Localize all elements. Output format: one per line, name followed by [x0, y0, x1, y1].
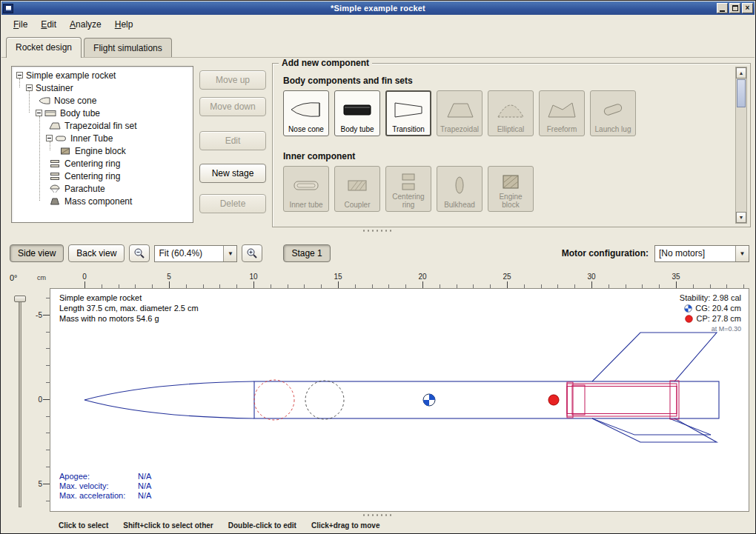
scroll-down-icon[interactable]: ▼: [736, 212, 746, 223]
maximize-button[interactable]: [729, 3, 740, 13]
stage-action-buttons: Move up Move down Edit New stage Delete: [199, 70, 266, 213]
centering-ring-icon: [49, 172, 62, 181]
motor-config-label: Motor configuration:: [562, 248, 649, 258]
panel-title: Add new component: [279, 58, 372, 68]
chevron-down-icon[interactable]: ▼: [223, 246, 236, 261]
scrollbar-thumb[interactable]: [737, 79, 746, 107]
tree-item-rocket[interactable]: Simple example rocket: [12, 69, 193, 81]
cg-text: CG: 20.4 cm: [695, 303, 741, 313]
move-up-button[interactable]: Move up: [199, 70, 266, 90]
move-down-button[interactable]: Move down: [199, 97, 266, 116]
cg-icon: [684, 304, 692, 313]
menu-file[interactable]: File: [7, 17, 33, 32]
zoom-out-icon: [133, 247, 145, 259]
tree-item-trapezoidal-fin-set[interactable]: Trapezoidal fin set: [12, 119, 193, 132]
ruler-label: 5: [38, 480, 42, 488]
status-bar: Click to select Shift+click to select ot…: [1, 520, 755, 531]
tree-item-parachute[interactable]: Parachute: [12, 182, 193, 195]
component-tree[interactable]: Simple example rocket Sustainer Nose con…: [11, 66, 193, 223]
ruler-label: -5: [36, 311, 42, 319]
tree-expander-icon[interactable]: [36, 110, 42, 116]
zoom-in-button[interactable]: [242, 244, 262, 262]
body-tube-icon: [44, 109, 57, 118]
tree-item-inner-tube[interactable]: Inner Tube: [12, 132, 193, 144]
ruler-label: 15: [334, 273, 342, 281]
rotation-slider-track[interactable]: [19, 296, 21, 507]
apogee-label: Apogee:: [59, 472, 138, 481]
component-panel-scrollbar[interactable]: ▲ ▼: [735, 67, 747, 224]
cp-marker: [548, 395, 559, 405]
tree-item-centering-ring-1[interactable]: Centering ring: [12, 157, 193, 170]
design-canvas[interactable]: Simple example rocket Length 37.5 cm, ma…: [50, 288, 749, 512]
nose-cone-icon: [285, 93, 327, 126]
cg-marker: [423, 394, 435, 406]
fin-icon: [49, 121, 62, 130]
cp-text: CP: 27.8 cm: [696, 313, 741, 324]
component-button-bulkhead[interactable]: Bulkhead: [437, 166, 483, 212]
ruler-label: 25: [503, 273, 511, 281]
menu-edit[interactable]: Edit: [35, 17, 62, 32]
close-button[interactable]: ×: [742, 3, 753, 13]
chevron-down-icon[interactable]: ▼: [735, 246, 749, 261]
zoom-out-button[interactable]: [129, 244, 150, 262]
new-stage-button[interactable]: New stage: [199, 164, 266, 183]
tree-item-mass-component[interactable]: Mass component: [12, 195, 193, 207]
tree-expander-icon[interactable]: [46, 135, 53, 141]
hint-click-drag: Click+drag to move: [311, 521, 380, 530]
minimize-button[interactable]: [717, 3, 728, 13]
component-button-centering-ring[interactable]: Centering ring: [385, 166, 431, 212]
body-tube-icon: [336, 93, 378, 126]
component-button-nose-cone[interactable]: Nose cone: [283, 90, 329, 136]
side-view-button[interactable]: Side view: [10, 244, 64, 262]
tree-item-body-tube[interactable]: Body tube: [12, 107, 193, 119]
component-button-launch-lug[interactable]: Launch lug: [590, 90, 636, 136]
tree-expander-icon[interactable]: [16, 72, 23, 79]
ruler-label: 30: [587, 273, 595, 281]
tab-rocket-design[interactable]: Rocket design: [6, 37, 82, 58]
tree-item-engine-block[interactable]: Engine block: [12, 144, 193, 157]
bulkhead-icon: [439, 169, 480, 201]
stage-1-toggle[interactable]: Stage 1: [283, 244, 330, 262]
horizontal-ruler: 0 5 10 15 20 25 30 35: [50, 272, 749, 288]
app-icon[interactable]: [3, 4, 13, 13]
coupler-icon: [336, 169, 378, 201]
tree-item-sustainer[interactable]: Sustainer: [12, 81, 193, 94]
engine-block-icon: [490, 169, 531, 193]
rotation-value: 0°: [10, 273, 18, 282]
motor-config-select[interactable]: [No motors] ▼: [654, 245, 749, 262]
zoom-select[interactable]: Fit (60.4%) ▼: [154, 245, 237, 262]
menu-help[interactable]: Help: [109, 17, 139, 32]
component-button-coupler[interactable]: Coupler: [334, 166, 380, 212]
component-button-body-tube[interactable]: Body tube: [334, 90, 380, 136]
delete-button[interactable]: Delete: [199, 194, 266, 213]
vertical-ruler: -5 0 5: [33, 288, 50, 512]
hint-shift-click: Shift+click to select other: [123, 521, 213, 530]
menu-analyze[interactable]: Analyze: [64, 17, 107, 32]
back-view-button[interactable]: Back view: [68, 244, 125, 262]
component-button-trapezoidal[interactable]: Trapezoidal: [437, 90, 483, 136]
ruler-label: 10: [249, 273, 257, 281]
edit-button[interactable]: Edit: [199, 131, 266, 150]
centering-ring-icon: [49, 159, 62, 168]
tab-flight-simulations[interactable]: Flight simulations: [84, 38, 172, 57]
title-bar[interactable]: *Simple example rocket ×: [1, 1, 755, 15]
component-button-freeform[interactable]: Freeform: [539, 90, 585, 136]
centering-ring-icon: [388, 169, 429, 193]
scroll-up-icon[interactable]: ▲: [736, 67, 746, 79]
stability-readout: Stability: 2.98 cal CG: 20.4 cm CP: 27.8…: [680, 293, 741, 334]
rotation-slider-thumb[interactable]: [14, 296, 26, 302]
tree-item-centering-ring-2[interactable]: Centering ring: [12, 170, 193, 182]
tree-item-nose-cone[interactable]: Nose cone: [12, 94, 193, 107]
menu-bar: File Edit Analyze Help: [1, 15, 755, 33]
component-button-elliptical[interactable]: Elliptical: [488, 90, 534, 136]
nose-cone-icon: [39, 96, 51, 105]
max-velocity-label: Max. velocity:: [59, 481, 138, 491]
component-button-transition[interactable]: Transition: [385, 90, 431, 136]
component-button-engine-block[interactable]: Engine block: [488, 166, 534, 212]
application-window: *Simple example rocket × File Edit Analy…: [0, 0, 756, 534]
tree-expander-icon[interactable]: [26, 84, 33, 91]
mass-component-icon: [49, 197, 62, 206]
component-button-inner-tube[interactable]: Inner tube: [283, 166, 329, 212]
horizontal-splitter[interactable]: [1, 228, 755, 233]
bottom-splitter[interactable]: [1, 513, 755, 518]
